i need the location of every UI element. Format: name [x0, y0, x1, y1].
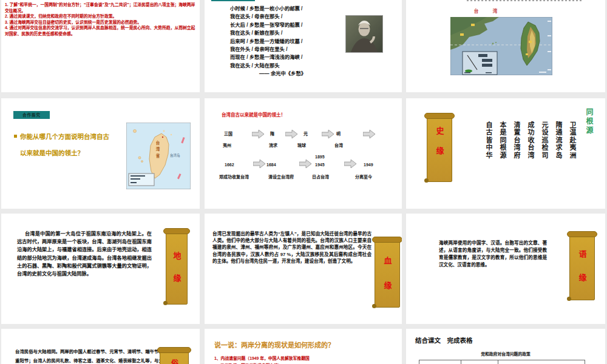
poem-line: 我在这头 / 新娘在那头 / [230, 29, 306, 37]
poem-line: 我在外头 / 母亲呵在里头 / [230, 46, 306, 53]
scroll-label: 俗 [169, 359, 180, 364]
discussion-item: 1、内战遗留问题（1949 年，中国人民解放军推翻国 民党政权，国民党败退盘踞台… [214, 355, 310, 364]
taiwan-province-map: 台湾省 台湾岛 [126, 123, 191, 189]
slide-objectives[interactable]: 1. 了解“和平统一，一国两制”的对台方针；“汪辜会谈”及“九二共识”；江泽民提… [1, 0, 200, 92]
geography-paragraph: 台湾是中国的第一大岛位于祖国东南沿海的大陆架上。在远古时代，两岸原来是一个板块，… [17, 230, 152, 278]
timeline-event-label: 清设立台湾府 [268, 174, 294, 180]
slide-geography-bond[interactable]: 台湾是中国的第一大岛位于祖国东南沿海的大陆架上。在远古时代，两岸原来是一个板块，… [1, 214, 200, 324]
slide-policy-table[interactable]: 结合课文 完成表格 党和政府对台湾问题的政策 [406, 329, 605, 364]
section-tag-badge [211, 0, 255, 1]
yu-guangzhong-portrait-photo [345, 15, 383, 53]
question-line: 以来就是中国的领土？ [20, 145, 109, 161]
slide-roots-verse[interactable]: 同根源 史缘 卫温赴夷洲 隋通流求岛 元设巡检司 成功收台湾 清置台湾府 本是同… [406, 98, 605, 209]
verse-column: 成功收台湾 [526, 121, 535, 165]
scroll-label: 史缘 [434, 127, 446, 167]
verse-columns: 卫温赴夷洲 隋通流求岛 元设巡检司 成功收台湾 清置台湾府 本是同根源 自古皆中… [484, 121, 577, 165]
timeline-era: 三国 [224, 130, 232, 136]
timeline-event-label: 日占台湾 [312, 174, 329, 180]
question-line: 你能从哪几个方面说明台湾自古 [20, 129, 109, 145]
verse-column: 卫温赴夷洲 [568, 121, 577, 165]
scroll-label: 语缘 [577, 250, 588, 297]
timeline-year: 1945 [315, 163, 325, 167]
slide-sorter-page: 1. 了解“和平统一，一国两制”的对台方针；“汪辜会谈”及“九二共识”；江泽民提… [0, 0, 607, 364]
timeline-arrow-icon [344, 160, 356, 168]
scroll-icon: 地缘 [166, 229, 188, 305]
slide-customs-bond[interactable]: 台湾民俗与大陆相同。两岸的中国人都过春节、元宵节、清明节、端午节、中秋节、 重阳… [1, 329, 200, 364]
inquiry-question: 你能从哪几个方面说明台湾自古 以来就是中国的领土？ [20, 129, 109, 161]
verse-column: 元设巡检司 [540, 121, 549, 165]
poem-line: 我在这头 / 大陆在那头 [230, 62, 306, 70]
timeline-arrow-icon [363, 130, 375, 138]
cut-off-text-line [467, 0, 582, 1]
poem-text: 小时候 / 乡愁是一枚小小的邮票 / 我在这头 / 母亲在那头 / 长大后 / … [230, 5, 306, 78]
timeline-era: 元 [304, 130, 308, 136]
timeline-era-name: 琉球 [297, 142, 306, 148]
timeline-year: 1895 [315, 155, 325, 159]
table-caption: 党和政府对台湾问题的政策 [406, 351, 605, 357]
verse-column: 隋通流求岛 [554, 121, 563, 165]
map-title: 台 湾 [406, 7, 570, 14]
slide-language-bond[interactable]: 海峡两岸使用的中国字、汉语。台胞写出的文章、著述，从语言的角度讲，与大陆完全一致… [406, 214, 605, 324]
timeline-arrow-icon [322, 130, 334, 138]
scroll-icon: 史缘 [427, 114, 452, 182]
discussion-title: 说一说：两岸分离的现状是如何形成的？ [214, 340, 334, 349]
poem-line: 长大后 / 乡愁是一张窄窄的船票 / [230, 21, 306, 29]
poem-attribution: —— 余光中《乡愁》 [230, 70, 306, 78]
timeline-arrow-icon [299, 160, 311, 168]
scroll-label: 地缘 [171, 252, 183, 297]
objective-item: 1. 了解“和平统一，一国两制”的对台方针；“汪辜会谈”及“九二共识”；江泽民提… [5, 2, 197, 13]
timeline-event-label: 分离至今 [355, 174, 372, 180]
roots-heading: 同根源 [584, 108, 594, 135]
timeline-era: 明 [336, 130, 341, 136]
slide-inquiry[interactable]: 合作探究 你能从哪几个方面说明台湾自古 以来就是中国的领土？ [1, 98, 200, 209]
discussion-line: 1、内战遗留问题（1949 年，中国人民解放军推翻国 [214, 355, 310, 362]
timeline-arrow-icon [285, 130, 297, 138]
slide-poem[interactable]: 小时候 / 乡愁是一枚小小的邮票 / 我在这头 / 母亲在那头 / 长大后 / … [205, 0, 402, 92]
timeline-arrow-icon [252, 130, 264, 138]
objective-item: 2. 通过阅读课文，归纳党和政府在不同时期的对台方针政策。 [5, 13, 197, 19]
table-column-divider [498, 360, 498, 364]
map-island-label: 台湾省 [154, 141, 160, 160]
verse-column: 本是同根源 [498, 121, 507, 165]
scroll-label: 血缘 [382, 257, 393, 306]
verse-column: 自古皆中华 [484, 121, 493, 165]
objective-item: 4. 通过对两岸交往信息的交流学习，认识到两岸人民血脉相连，统一是民心所向、大势… [5, 25, 197, 36]
scroll-icon: 语缘 [569, 232, 595, 300]
bullet-square-icon [14, 135, 17, 138]
table-slide-title: 结合课文 完成表格 [415, 335, 473, 345]
timeline-era-name: 台湾 [334, 142, 343, 148]
timeline-year: 1662 [225, 163, 234, 167]
scroll-icon: 俗 [160, 348, 189, 364]
timeline-era: 隋 [270, 130, 274, 136]
inquiry-badge: 合作探究 [13, 111, 50, 119]
poem-line: 我在这头 / 母亲在那头 / [230, 13, 306, 21]
timeline-era-name: 流求 [269, 142, 277, 148]
taiwan-strait-satellite-map [450, 17, 552, 75]
slide-discussion[interactable]: 说一说：两岸分离的现状是如何形成的？ 1、内战遗留问题（1949 年，中国人民解… [205, 329, 402, 364]
map-sea-label: 台湾岛 [170, 153, 180, 158]
slide-blood-bond[interactable]: 台湾已发现掘出的最早古人类为“左镇人”，是已知由大陆迁徙台湾的最早的古人类。他们… [205, 214, 402, 324]
verse-column: 清置台湾府 [512, 121, 521, 165]
timeline-era-name: 夷州 [223, 142, 231, 148]
timeline-year: 1949 [364, 163, 373, 167]
timeline-event-label: 郑成功收复台湾 [219, 174, 249, 180]
table-column-divider [461, 360, 461, 364]
language-paragraph: 海峡两岸使用的中国字、汉语。台胞写出的文章、著述，从语言的角度讲，与大陆完全一致… [439, 240, 547, 269]
poem-line: 后来呵 / 乡愁是一方矮矮的坟墓 / [230, 38, 306, 46]
blood-paragraph: 台湾已发现掘出的最早古人类为“左镇人”，是已知由大陆迁徙台湾的最早的古人类。他们… [212, 231, 371, 265]
slide-taiwan-map[interactable]: 台 湾 [406, 0, 605, 92]
policy-table [419, 360, 585, 364]
poem-line: 而现在 / 乡愁是一湾浅浅的海峡 / [230, 53, 306, 61]
timeline-arrow-icon [253, 160, 265, 168]
scroll-icon: 血缘 [375, 238, 400, 308]
timeline-title: 台湾自古以来就是中国的领土！ [222, 111, 285, 118]
slide-timeline[interactable]: 台湾自古以来就是中国的领土！ 三国 夷州 隋 流求 元 琉球 明 台湾 1662… [205, 98, 402, 209]
timeline-year: 1684 [266, 163, 276, 167]
objective-item: 3. 通过海峡两岸交往日益密切的史实，认识到统一是历史发展的必然趋势。 [5, 19, 197, 25]
objectives-list: 1. 了解“和平统一，一国两制”的对台方针；“汪辜会谈”及“九二共识”；江泽民提… [5, 2, 197, 37]
poem-line: 小时候 / 乡愁是一枚小小的邮票 / [230, 5, 306, 13]
